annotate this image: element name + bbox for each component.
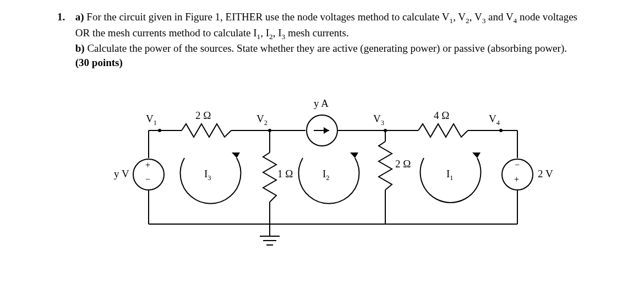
points: (30 points): [75, 57, 123, 68]
question-block: 1. a) For the circuit given in Figure 1,…: [0, 0, 644, 70]
mesh-i2-label: I2: [323, 168, 330, 182]
part-b-text: Calculate the power of the sources. Stat…: [87, 42, 567, 54]
vsrc-left-plus: +: [145, 160, 150, 170]
circuit-diagram: V1 V2 V3 V4 2 Ω 1 Ω 2 Ω 4 Ω y A y V 2 V …: [0, 86, 644, 296]
question-number: 1.: [57, 10, 73, 24]
vsrc-right-minus: −: [515, 160, 520, 170]
node-v2-label: V2: [256, 113, 268, 127]
node-v4-label: V4: [489, 113, 500, 127]
vsrc-right-label: 2 V: [538, 168, 553, 180]
mesh-i3-label: I3: [204, 168, 211, 182]
mesh-i1-label: I1: [446, 168, 454, 182]
node-v1-label: V1: [146, 113, 157, 127]
part-b-label: b): [75, 42, 85, 54]
svg-marker-30: [232, 153, 240, 158]
isrc-label: y A: [314, 97, 329, 110]
part-a-text: For the circuit given in Figure 1, EITHE…: [75, 11, 577, 39]
r4-label: 4 Ω: [434, 110, 449, 122]
circuit-svg: [0, 86, 644, 296]
svg-marker-31: [350, 153, 358, 158]
node-v3-label: V3: [373, 113, 384, 127]
svg-marker-32: [472, 153, 481, 158]
vsrc-left-label: y V: [114, 168, 129, 180]
r1-label: 2 Ω: [195, 110, 211, 122]
svg-marker-10: [324, 127, 329, 134]
part-a-label: a): [75, 11, 84, 23]
r2-label: 1 Ω: [277, 168, 293, 180]
vsrc-right-plus: +: [514, 175, 519, 184]
question-body: a) For the circuit given in Figure 1, EI…: [75, 10, 582, 70]
r3-label: 2 Ω: [395, 158, 411, 170]
vsrc-left-minus: −: [145, 175, 150, 184]
